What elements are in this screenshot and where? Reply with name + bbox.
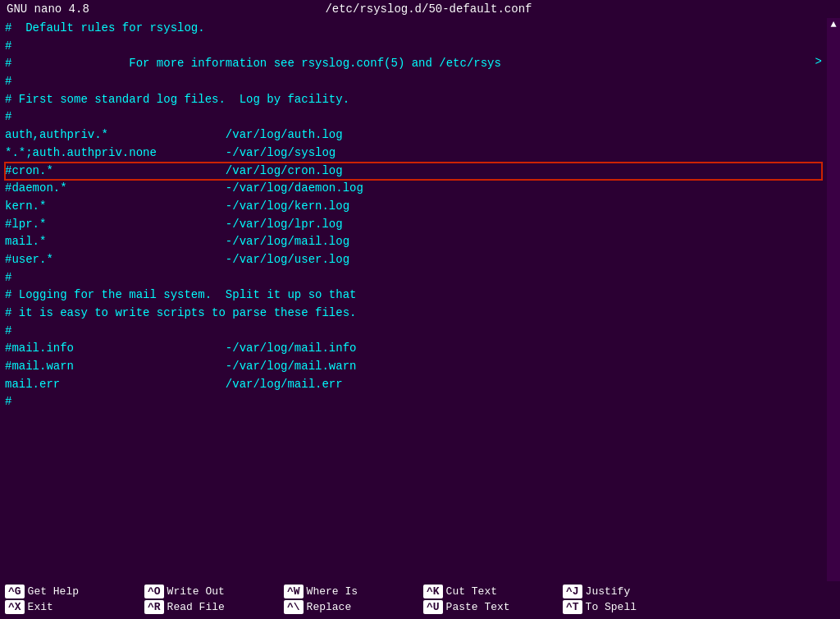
title-bar: GNU nano 4.8 /etc/rsyslog.d/50-default.c…: [0, 0, 840, 18]
editor-line: #: [5, 38, 835, 56]
shortcut-label: Read File: [167, 601, 225, 613]
shortcut-item: ^TTo Spell: [563, 600, 702, 614]
editor-line: #lpr.* -/var/log/lpr.log: [5, 216, 835, 234]
shortcut-label: Justify: [586, 585, 631, 598]
shortcut-label: Where Is: [307, 585, 358, 598]
shortcut-label: Get Help: [28, 585, 79, 598]
shortcut-key[interactable]: ^G: [5, 585, 25, 598]
shortcut-item: ^RRead File: [144, 600, 284, 614]
editor-line: # For more information see rsyslog.conf(…: [5, 55, 835, 73]
editor-line: auth,authpriv.* /var/log/auth.log: [5, 126, 835, 144]
editor-line: #: [5, 269, 835, 287]
editor-line-text: # it is easy to write scripts to parse t…: [5, 306, 356, 319]
editor-line-text: mail.err /var/log/mail.err: [5, 378, 343, 391]
shortcut-item: ^GGet Help: [5, 585, 144, 598]
editor-line-text: #mail.warn -/var/log/mail.warn: [5, 360, 356, 373]
shortcut-label: Exit: [28, 601, 53, 613]
shortcut-item: ^KCut Text: [423, 585, 563, 598]
shortcut-item: ^WWhere Is: [284, 585, 423, 598]
shortcut-key[interactable]: ^\: [284, 600, 304, 614]
shortcut-item: ^UPaste Text: [423, 600, 563, 614]
shortcut-key[interactable]: ^R: [144, 600, 164, 614]
shortcut-key[interactable]: ^T: [563, 600, 582, 614]
editor-line: mail.* -/var/log/mail.log: [5, 233, 835, 251]
editor-line: #user.* -/var/log/user.log: [5, 251, 835, 269]
lines-container: # Default rules for rsyslog.## For more …: [5, 20, 835, 411]
editor-line: #cron.* /var/log/cron.log: [5, 163, 835, 181]
shortcut-label: To Spell: [586, 601, 637, 613]
editor-line-text: #: [5, 324, 11, 337]
shortcut-key[interactable]: ^X: [5, 600, 25, 614]
shortcut-label: Replace: [307, 601, 352, 613]
editor-line: #: [5, 73, 835, 91]
editor-line-text: #: [5, 271, 11, 284]
shortcut-row-1: ^GGet Help^OWrite Out^WWhere Is^KCut Tex…: [5, 585, 835, 598]
editor-line-text: #: [5, 395, 11, 408]
editor-line: #mail.info -/var/log/mail.info: [5, 340, 835, 358]
shortcut-row-2: ^XExit^RRead File^\Replace^UPaste Text^T…: [5, 600, 835, 614]
shortcut-key[interactable]: ^O: [144, 585, 164, 598]
editor-line: *.*;auth.authpriv.none -/var/log/syslog: [5, 144, 835, 163]
shortcut-label: Paste Text: [446, 601, 510, 613]
app-name: GNU nano 4.8: [7, 2, 89, 16]
editor-line-text: #mail.info -/var/log/mail.info: [5, 342, 356, 355]
editor-line: #daemon.* -/var/log/daemon.log: [5, 180, 835, 198]
editor-line: mail.err /var/log/mail.err: [5, 376, 835, 394]
editor-area[interactable]: # Default rules for rsyslog.## For more …: [0, 18, 840, 581]
editor-line-text: auth,authpriv.* /var/log/auth.log: [5, 128, 343, 141]
shortcut-item: ^XExit: [5, 600, 144, 614]
file-path: /etc/rsyslog.d/50-default.conf: [89, 2, 768, 16]
editor-line: kern.* -/var/log/kern.log: [5, 198, 835, 216]
editor-line-text: # For more information see rsyslog.conf(…: [5, 57, 501, 70]
shortcut-key[interactable]: ^W: [284, 585, 304, 598]
editor-line-text: mail.* -/var/log/mail.log: [5, 235, 349, 248]
editor-line-text: #lpr.* -/var/log/lpr.log: [5, 218, 343, 231]
editor-line-text: #user.* -/var/log/user.log: [5, 253, 349, 266]
scroll-up-icon[interactable]: ▲: [830, 18, 836, 32]
editor-line-text: #: [5, 110, 11, 123]
editor-line: #mail.warn -/var/log/mail.warn: [5, 358, 835, 376]
editor-line: # it is easy to write scripts to parse t…: [5, 305, 835, 323]
shortcut-key[interactable]: ^J: [563, 585, 582, 598]
highlighted-line: #cron.* /var/log/cron.log: [5, 163, 822, 181]
shortcut-label: Write Out: [167, 585, 225, 598]
shortcut-item: ^\Replace: [284, 600, 423, 614]
editor-line-text: *.*;auth.authpriv.none -/var/log/syslog: [5, 146, 336, 159]
shortcut-item: ^OWrite Out: [144, 585, 284, 598]
editor-line-text: #daemon.* -/var/log/daemon.log: [5, 181, 363, 195]
editor-line-text: #: [5, 75, 11, 88]
editor-line-text: #: [5, 39, 11, 53]
editor-line: #: [5, 393, 835, 411]
shortcut-item: ^JJustify: [563, 585, 702, 598]
footer: ^GGet Help^OWrite Out^WWhere Is^KCut Tex…: [0, 581, 840, 619]
editor-line-text: # First some standard log files. Log by …: [5, 93, 349, 106]
scrollbar[interactable]: ▲: [827, 18, 840, 581]
shortcut-key[interactable]: ^K: [423, 585, 443, 598]
editor-line: # First some standard log files. Log by …: [5, 91, 835, 109]
editor-line-text: kern.* -/var/log/kern.log: [5, 199, 349, 213]
editor-line: # Logging for the mail system. Split it …: [5, 287, 835, 305]
editor-line: #: [5, 323, 835, 341]
shortcut-label: Cut Text: [446, 585, 497, 598]
editor-line-text: # Default rules for rsyslog.: [5, 21, 205, 34]
editor-line: # Default rules for rsyslog.: [5, 20, 835, 38]
shortcut-key[interactable]: ^U: [423, 600, 443, 614]
editor-line: #: [5, 108, 835, 126]
editor-line-text: # Logging for the mail system. Split it …: [5, 288, 356, 301]
overflow-indicator: >: [815, 55, 822, 68]
